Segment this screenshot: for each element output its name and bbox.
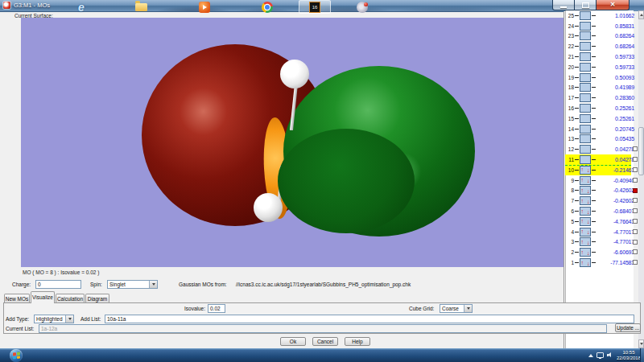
- mo-row-19[interactable]: 190.50093: [565, 72, 639, 83]
- mo-row-13[interactable]: 130.05435: [565, 134, 639, 145]
- taskbar-chrome[interactable]: [255, 0, 279, 14]
- mo-cube-checkbox[interactable]: [633, 229, 638, 234]
- spin-dropdown[interactable]: Singlet: [107, 280, 158, 289]
- mo-3d-viewport[interactable]: [21, 18, 564, 267]
- cancel-button[interactable]: Cancel: [312, 337, 338, 346]
- mo-cube-checkbox[interactable]: [633, 178, 638, 183]
- taskbar-gaussview-active[interactable]: 16: [299, 0, 331, 14]
- mo-row-23[interactable]: 230.68264: [565, 31, 639, 42]
- mo-level-box[interactable]: [580, 93, 591, 102]
- mo-row-3[interactable]: 3↑↓-4.77017: [565, 237, 639, 248]
- mo-number: 3: [565, 239, 574, 245]
- isovalue-field[interactable]: 0.02: [208, 304, 225, 313]
- mo-list-scrollbar[interactable]: [638, 10, 644, 348]
- mo-level-box[interactable]: [580, 42, 591, 51]
- minimize-button[interactable]: [552, 0, 575, 10]
- mo-cube-checkbox[interactable]: [633, 240, 638, 245]
- mo-row-24[interactable]: 240.85831: [565, 21, 639, 31]
- mo-level-box[interactable]: [580, 114, 591, 123]
- spin-dropdown-arrow[interactable]: [149, 281, 157, 288]
- mo-row-20[interactable]: 200.59733: [565, 62, 639, 72]
- mo-level-box[interactable]: [580, 11, 591, 20]
- mo-cube-checkbox[interactable]: [633, 146, 638, 151]
- add-type-dropdown-arrow[interactable]: [65, 315, 73, 323]
- mo-cube-checkbox[interactable]: [633, 208, 638, 213]
- mo-level-box[interactable]: [580, 104, 591, 113]
- mo-row-21[interactable]: 210.59733: [565, 51, 639, 62]
- mo-level-box[interactable]: [580, 31, 591, 40]
- help-button[interactable]: Help: [345, 337, 370, 346]
- mo-row-2[interactable]: 2↑↓-6.60693: [565, 247, 639, 257]
- show-desktop-button[interactable]: [640, 348, 644, 362]
- mo-row-7[interactable]: 7↑↓-0.42602: [565, 195, 639, 206]
- clock[interactable]: 10:55 22/03/2018: [617, 350, 641, 361]
- update-button[interactable]: Update ...: [615, 323, 641, 332]
- mo-level-box[interactable]: [580, 83, 591, 92]
- add-type-dropdown[interactable]: Highlighted: [34, 315, 74, 323]
- mo-row-10[interactable]: 10↑↓-0.21463: [565, 165, 639, 175]
- mo-level-box[interactable]: [580, 145, 591, 154]
- taskbar-media-player[interactable]: [192, 0, 217, 14]
- mo-level-box[interactable]: [580, 125, 591, 134]
- mo-row-4[interactable]: 4↑↓-4.77017: [565, 227, 639, 237]
- mo-row-25[interactable]: 251.01662: [565, 10, 639, 21]
- mo-cube-checkbox[interactable]: [633, 188, 638, 193]
- mo-level-box[interactable]: ↑↓: [580, 166, 591, 175]
- mo-level-box[interactable]: ↑↓: [580, 248, 591, 257]
- mo-row-1[interactable]: 1↑↓-77.14583: [565, 257, 639, 268]
- mo-row-22[interactable]: 220.68264: [565, 41, 639, 51]
- mo-level-box[interactable]: [580, 155, 591, 164]
- mo-row-8[interactable]: 8↑↓-0.42602: [565, 186, 639, 196]
- mo-level-box[interactable]: ↑↓: [580, 196, 591, 205]
- mo-cube-checkbox[interactable]: [633, 249, 638, 254]
- mo-cube-checkbox[interactable]: [633, 260, 638, 265]
- mo-level-box[interactable]: [580, 63, 591, 72]
- close-button[interactable]: ✕: [597, 0, 630, 10]
- tab-calculation[interactable]: Calculation: [56, 294, 85, 302]
- scrollbar-thumb[interactable]: [638, 127, 644, 175]
- mo-level-box[interactable]: [580, 134, 591, 143]
- mo-level-box[interactable]: [580, 73, 591, 82]
- mo-row-12[interactable]: 120.04278: [565, 144, 639, 154]
- mo-level-box[interactable]: ↑↓: [580, 176, 591, 185]
- mo-level-box[interactable]: ↑↓: [580, 258, 591, 267]
- start-button[interactable]: [10, 349, 23, 362]
- tab-visualize[interactable]: Visualize: [31, 291, 55, 303]
- cube-grid-dropdown[interactable]: Coarse: [440, 304, 473, 313]
- tab-new-mos[interactable]: New MOs: [4, 294, 30, 302]
- add-list-field[interactable]: 10a-11a: [105, 315, 634, 323]
- taskbar-explorer[interactable]: [129, 0, 153, 14]
- taskbar-molecule-viewer[interactable]: [349, 0, 376, 14]
- mo-row-15[interactable]: 150.25261: [565, 113, 639, 124]
- mo-row-5[interactable]: 5↑↓-4.76643: [565, 216, 639, 227]
- mo-row-17[interactable]: 170.28360: [565, 93, 639, 103]
- ok-button[interactable]: Ok: [280, 337, 306, 346]
- mo-level-box[interactable]: [580, 22, 591, 31]
- mo-row-9[interactable]: 9↑↓-0.40940: [565, 175, 639, 186]
- charge-field[interactable]: 0: [35, 280, 81, 289]
- mo-row-16[interactable]: 160.25261: [565, 103, 639, 113]
- mo-level-box[interactable]: ↑↓: [580, 228, 591, 237]
- mo-level-box[interactable]: ↑↓: [580, 237, 591, 246]
- mo-row-18[interactable]: 180.41989: [565, 83, 639, 93]
- mo-row-14[interactable]: 140.20745: [565, 124, 639, 134]
- mo-row-6[interactable]: 6↑↓-0.68407: [565, 206, 639, 216]
- scroll-down-button[interactable]: [638, 339, 644, 348]
- mo-cube-checkbox[interactable]: [633, 198, 638, 203]
- volume-icon[interactable]: [607, 352, 613, 359]
- mo-cube-checkbox[interactable]: [633, 219, 638, 224]
- tab-diagram[interactable]: Diagram: [85, 294, 109, 302]
- mo-level-box[interactable]: ↑↓: [580, 217, 591, 226]
- taskbar-internet-explorer[interactable]: e: [69, 0, 93, 14]
- cube-grid-dropdown-arrow[interactable]: [464, 305, 472, 312]
- mo-level-box[interactable]: ↑↓: [580, 186, 591, 195]
- network-icon[interactable]: [597, 352, 604, 358]
- hidden-icons-chevron[interactable]: [588, 354, 593, 357]
- mo-cube-checkbox[interactable]: [633, 157, 638, 162]
- scroll-up-button[interactable]: [638, 10, 644, 19]
- mo-cube-checkbox[interactable]: [633, 167, 638, 172]
- mo-level-box[interactable]: ↑↓: [580, 207, 591, 216]
- mo-level-box[interactable]: [580, 52, 591, 61]
- restore-button[interactable]: [575, 0, 597, 10]
- mo-row-11[interactable]: 110.04278: [565, 154, 639, 165]
